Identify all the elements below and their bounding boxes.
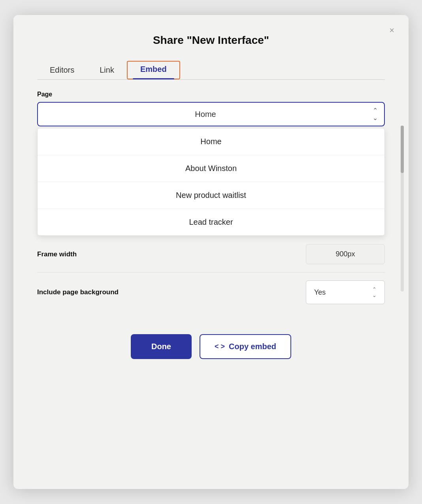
- frame-width-row: Frame width 900px: [37, 236, 385, 272]
- page-section-label: Page: [37, 91, 385, 98]
- include-background-select[interactable]: Yes ⌃⌄: [306, 280, 385, 304]
- modal: × Share "New Interface" Editors Link Emb…: [13, 15, 409, 489]
- tab-embed[interactable]: Embed: [127, 61, 180, 79]
- scrollbar-thumb[interactable]: [401, 126, 404, 173]
- tab-editors[interactable]: Editors: [37, 62, 87, 79]
- modal-title: Share "New Interface": [37, 34, 385, 47]
- scrollbar-track[interactable]: [401, 126, 404, 291]
- include-background-value: Yes: [314, 288, 326, 297]
- tab-link[interactable]: Link: [87, 62, 127, 79]
- page-select[interactable]: Home About Winston New product waitlist …: [37, 102, 385, 126]
- dropdown-item-waitlist[interactable]: New product waitlist: [38, 182, 384, 209]
- frame-width-label: Frame width: [37, 250, 77, 258]
- dropdown-item-leadtracker[interactable]: Lead tracker: [38, 209, 384, 235]
- frame-width-value: 900px: [306, 244, 385, 264]
- code-icon: < >: [215, 342, 225, 351]
- dropdown-item-about[interactable]: About Winston: [38, 155, 384, 182]
- copy-embed-label: Copy embed: [229, 342, 276, 351]
- footer-buttons: Done < > Copy embed: [37, 328, 385, 359]
- include-background-row: Include page background Yes ⌃⌄: [37, 272, 385, 312]
- page-dropdown-list: Home About Winston New product waitlist …: [37, 128, 385, 236]
- include-background-chevron-icon: ⌃⌄: [372, 286, 377, 298]
- include-background-label: Include page background: [37, 288, 119, 296]
- dropdown-item-home[interactable]: Home: [38, 128, 384, 155]
- tabs-container: Editors Link Embed: [37, 61, 385, 79]
- close-button[interactable]: ×: [386, 24, 398, 36]
- tab-divider: [37, 79, 385, 80]
- copy-embed-button[interactable]: < > Copy embed: [200, 334, 291, 359]
- done-button[interactable]: Done: [131, 334, 192, 359]
- page-select-container: Home About Winston New product waitlist …: [37, 102, 385, 126]
